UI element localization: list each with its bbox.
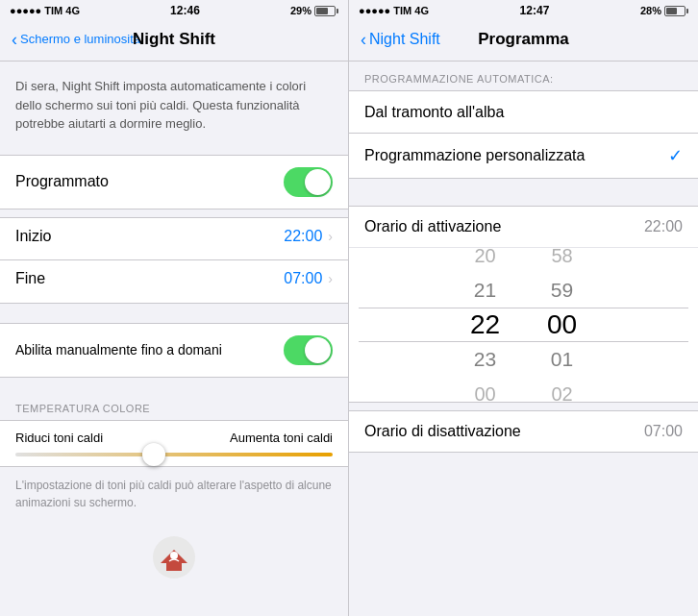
carrier-right: ●●●●● TIM 4G [359,5,429,16]
back-label-right: Night Shift [369,31,440,48]
start-row[interactable]: Inizio 22:00 › [0,218,348,260]
scheduled-group: Programmato [0,155,348,209]
chevron-left-icon: ‹ [12,31,17,48]
scheduled-row: Programmato [0,156,348,209]
hour-item-4: 23 [447,342,524,377]
manual-row: Abilita manualmente fino a domani [0,324,348,377]
temp-slider-thumb[interactable] [142,443,165,466]
watermark [0,521,348,594]
temp-row: Riduci toni caldi Aumenta toni caldi [0,420,348,467]
battery-left: 29% [290,5,338,16]
end-value: 07:00 [284,270,322,287]
auto-option-0-label: Dal tramonto all'alba [364,104,504,121]
min-item-selected: 00 [524,308,601,342]
right-content: PROGRAMMAZIONE AUTOMATICA: Dal tramonto … [349,62,698,616]
scheduled-label: Programmato [15,173,109,190]
deactivation-row[interactable]: Orario di disattivazione 07:00 [349,410,698,453]
battery-icon-left [314,6,338,16]
svg-point-1 [170,552,178,559]
scheduled-toggle[interactable] [284,167,333,197]
status-bar-right: ●●●●● TIM 4G 12:47 28% [349,0,698,19]
auto-section-label: PROGRAMMAZIONE AUTOMATICA: [349,62,698,90]
min-item-4: 01 [524,342,601,377]
hour-item-selected: 22 [447,308,524,342]
nav-bar-right: ‹ Night Shift Programma [349,19,698,62]
minutes-column[interactable]: 57 58 59 00 01 02 03 [524,248,601,402]
left-panel: ●●●●● TIM 4G 12:46 29% ‹ Schermo e lumin… [0,0,349,616]
manual-toggle[interactable] [284,335,333,365]
battery-right: 28% [640,5,688,16]
chevron-right-start-icon: › [328,229,333,244]
start-value: 22:00 [284,228,322,245]
status-bar-left: ●●●●● TIM 4G 12:46 29% [0,0,348,19]
divider-space-1 [349,179,698,198]
deactivation-label: Orario di disattivazione [364,423,521,440]
auto-option-1-label: Programmazione personalizzata [364,147,585,164]
back-button-left[interactable]: ‹ Schermo e luminosità [12,31,140,48]
activation-value: 22:00 [644,218,683,235]
auto-row-1[interactable]: Programmazione personalizzata ✓ [349,134,698,178]
time-right: 12:47 [520,4,550,17]
time-left: 12:46 [170,4,200,17]
carrier-left: ●●●●● TIM 4G [10,5,80,16]
end-label: Fine [15,270,45,287]
chevron-back-right-icon: ‹ [361,31,366,48]
manual-label: Abilita manualmente fino a domani [15,341,222,358]
auto-row-0[interactable]: Dal tramonto all'alba [349,91,698,134]
hour-item-5: 00 [447,377,524,402]
manual-group: Abilita manualmente fino a domani [0,323,348,378]
temp-slider-track[interactable] [15,453,333,456]
checkmark-icon: ✓ [668,145,683,166]
min-item-1: 58 [524,248,601,273]
hour-item-1: 20 [447,248,524,273]
temp-header: TEMPERATURA COLORE [0,397,348,420]
activation-header: Orario di attivazione 22:00 [349,207,698,248]
right-panel: ●●●●● TIM 4G 12:47 28% ‹ Night Shift Pro… [349,0,698,616]
min-item-5: 02 [524,377,601,402]
temp-low-label: Riduci toni caldi [15,431,103,445]
picker-wheel[interactable]: 19 20 21 22 23 00 01 57 58 59 00 01 02 0… [349,248,698,402]
watermark-icon [153,536,195,579]
hours-column[interactable]: 19 20 21 22 23 00 01 [447,248,524,402]
activation-title: Orario di attivazione [364,218,501,235]
auto-options-group: Dal tramonto all'alba Programmazione per… [349,90,698,179]
nav-title-right: Programma [478,30,568,49]
deactivation-value: 07:00 [644,423,683,440]
temp-note: L'impostazione di toni più caldi può alt… [0,467,348,521]
time-group: Inizio 22:00 › Fine 07:00 › [0,217,348,304]
left-content: Di sera, Night Shift imposta automaticam… [0,62,348,616]
end-row[interactable]: Fine 07:00 › [0,260,348,303]
chevron-right-end-icon: › [328,271,333,286]
back-label-left: Schermo e luminosità [20,32,140,46]
battery-icon-right [664,6,688,16]
nav-bar-left: ‹ Schermo e luminosità Night Shift [0,19,348,62]
temp-high-label: Aumenta toni caldi [230,431,333,445]
time-picker-section: Orario di attivazione 22:00 19 20 21 22 … [349,206,698,403]
hour-item-2: 21 [447,273,524,308]
min-item-2: 59 [524,273,601,308]
description-block: Di sera, Night Shift imposta automaticam… [0,62,348,145]
nav-title-left: Night Shift [133,30,215,49]
temperature-section: TEMPERATURA COLORE Riduci toni caldi Aum… [0,397,348,521]
start-label: Inizio [15,228,51,245]
back-button-right[interactable]: ‹ Night Shift [361,31,440,48]
